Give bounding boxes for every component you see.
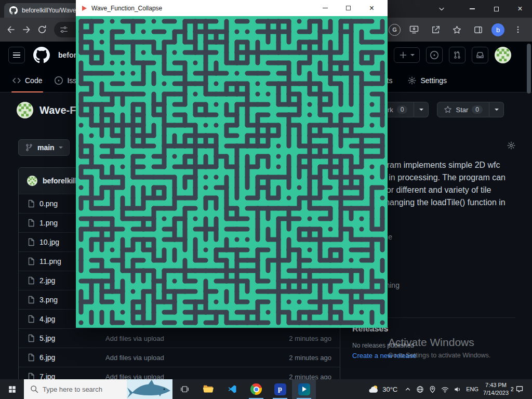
search-icon	[30, 385, 38, 393]
taskbar-search[interactable]: Type here to search	[24, 379, 172, 399]
star-dropdown-button[interactable]	[489, 102, 504, 117]
sketch-play-icon	[298, 383, 310, 395]
file-icon	[27, 334, 35, 342]
tab-settings[interactable]: Settings	[404, 69, 451, 92]
commit-message-link[interactable]: Add files via upload	[105, 335, 289, 342]
processing-icon: p	[274, 383, 286, 395]
commit-time: 2 minutes ago	[289, 354, 331, 362]
about-settings-gear-icon[interactable]	[507, 141, 515, 150]
install-app-icon[interactable]	[406, 22, 422, 37]
browser-menu-icon[interactable]	[510, 22, 526, 37]
share-icon[interactable]	[428, 22, 443, 37]
bookmark-star-icon[interactable]	[449, 22, 464, 37]
taskbar-clock[interactable]: 7:43 PM 7/14/2023	[483, 381, 509, 397]
location-icon[interactable]	[429, 385, 436, 393]
wfc-titlebar[interactable]: Wave_Function_Collapse ×	[76, 0, 388, 16]
issue-opened-icon	[55, 76, 63, 85]
file-icon	[27, 373, 35, 379]
commit-message-link[interactable]: Add files via upload	[105, 373, 289, 380]
taskbar: Type here to search p 30°C	[0, 379, 532, 399]
sketch-app-icon	[82, 6, 87, 11]
browser-close-button[interactable]: ×	[508, 0, 532, 18]
wfc-window[interactable]: Wave_Function_Collapse ×	[76, 0, 388, 328]
volume-icon[interactable]	[454, 385, 461, 393]
branch-selector[interactable]: main	[18, 139, 70, 156]
tab-search-caret-icon[interactable]	[437, 5, 446, 13]
action-center-button[interactable]: 2	[513, 385, 527, 393]
git-branch-icon	[25, 143, 33, 152]
network-globe-icon[interactable]	[416, 385, 424, 393]
inbox-header-button[interactable]	[472, 47, 488, 63]
task-view-button[interactable]	[172, 379, 196, 399]
chrome-button[interactable]	[244, 379, 268, 399]
hamburger-menu-button[interactable]	[8, 47, 25, 63]
file-icon	[27, 257, 35, 265]
google-extension-icon[interactable]: G	[389, 24, 401, 36]
forward-button[interactable]	[19, 22, 34, 37]
file-icon	[27, 238, 35, 246]
file-icon	[27, 353, 35, 362]
plus-icon	[399, 51, 407, 59]
file-name-link[interactable]: 6.jpg	[39, 353, 105, 362]
vscode-button[interactable]	[220, 379, 244, 399]
side-panel-icon[interactable]	[470, 22, 486, 37]
clock-time: 7:43 PM	[483, 381, 509, 389]
search-highlight-image[interactable]	[127, 379, 172, 399]
activate-windows-watermark: Activate Windows Go to Settings to activ…	[388, 336, 490, 359]
inbox-icon	[476, 51, 484, 59]
star-button[interactable]: Star 0	[437, 102, 489, 117]
user-avatar[interactable]	[495, 47, 511, 63]
wfc-window-title: Wave_Function_Collapse	[91, 5, 313, 12]
fork-dropdown-button[interactable]	[414, 102, 429, 117]
issues-header-button[interactable]	[426, 47, 443, 63]
file-name-link[interactable]: 7.jpg	[39, 373, 105, 379]
processing-button[interactable]: p	[268, 379, 292, 399]
file-name-link[interactable]: 5.jpg	[39, 334, 105, 342]
file-row[interactable]: 5.jpgAdd files via upload2 minutes ago	[19, 328, 340, 348]
action-center-icon	[515, 385, 524, 393]
page-scrollbar[interactable]	[527, 44, 531, 94]
browser-minimize-button[interactable]	[460, 0, 484, 18]
star-button-group: Star 0	[437, 102, 504, 117]
start-button[interactable]	[0, 379, 24, 399]
weather-cloud-icon	[368, 384, 379, 395]
committer-avatar[interactable]	[27, 176, 37, 186]
file-icon	[27, 276, 35, 285]
profile-avatar[interactable]: b	[491, 23, 504, 36]
file-row[interactable]: 7.jpgAdd files via upload2 minutes ago	[19, 367, 340, 379]
wfc-pattern-canvas	[76, 16, 388, 328]
tune-icon[interactable]	[59, 25, 69, 34]
file-icon	[27, 200, 35, 208]
sketch-window-button[interactable]	[292, 379, 316, 399]
wfc-close-button[interactable]: ×	[360, 0, 383, 16]
star-icon	[444, 105, 452, 114]
browser-maximize-button[interactable]	[484, 0, 508, 18]
file-explorer-button[interactable]	[196, 379, 220, 399]
repo-owner-avatar[interactable]	[17, 102, 33, 118]
commit-time: 2 minutes ago	[289, 373, 331, 380]
tab-code[interactable]: Code	[8, 69, 46, 92]
wifi-icon[interactable]	[441, 385, 449, 393]
windows-logo-icon	[8, 385, 17, 394]
code-icon	[12, 76, 21, 85]
file-row[interactable]: 6.jpgAdd files via upload2 minutes ago	[19, 348, 340, 367]
commit-message-link[interactable]: Add files via upload	[105, 354, 289, 362]
wfc-maximize-button[interactable]	[337, 0, 360, 16]
notification-count-badge: 2	[511, 387, 514, 392]
hamburger-icon	[13, 52, 20, 58]
git-pull-request-icon	[453, 51, 461, 59]
weather-widget[interactable]: 30°C	[366, 384, 400, 395]
issue-opened-icon	[430, 51, 438, 59]
language-indicator[interactable]: ENG	[466, 386, 478, 392]
github-favicon	[9, 6, 18, 15]
pull-requests-header-button[interactable]	[449, 47, 466, 63]
system-tray: 30°C ENG 7:43 PM 7/14/2023 2	[366, 379, 532, 399]
hidden-icons-chevron[interactable]	[404, 385, 411, 393]
github-logo[interactable]	[33, 47, 50, 63]
file-icon	[27, 296, 35, 304]
reload-button[interactable]	[34, 22, 50, 37]
wfc-minimize-button[interactable]	[313, 0, 337, 16]
create-new-button[interactable]	[394, 47, 420, 63]
back-button[interactable]	[3, 22, 19, 37]
toolbar-right-icons: G b	[385, 22, 529, 37]
